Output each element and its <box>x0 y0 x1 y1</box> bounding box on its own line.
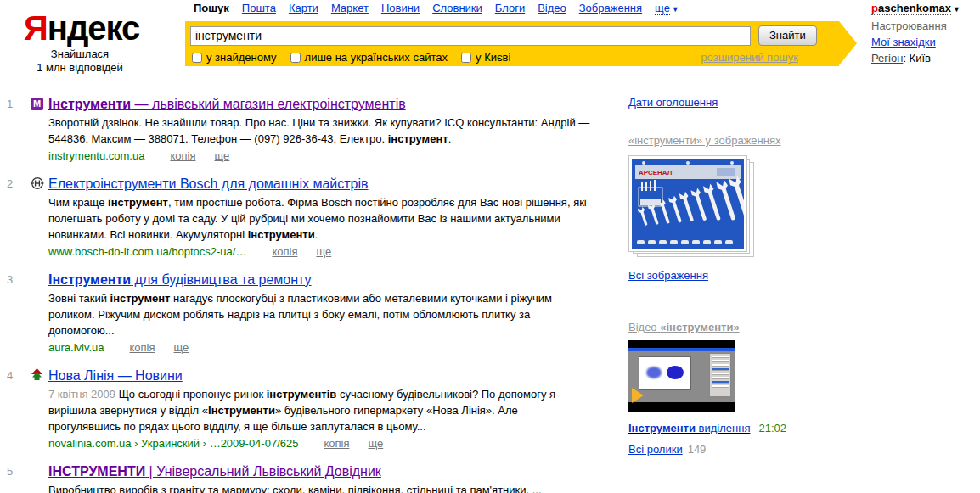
region-link[interactable]: Регіон <box>871 50 903 66</box>
cached-copy-link[interactable]: копія <box>170 149 195 162</box>
result-url: instrymentu.com.ua <box>48 149 144 162</box>
cached-copy-link[interactable]: копія <box>324 437 349 450</box>
my-finds-link[interactable]: Мої знахідки <box>871 34 936 50</box>
option-in-kyiv[interactable]: у Києві <box>461 51 510 64</box>
photo-stack-front: АРСЕНАЛ <box>628 155 747 252</box>
search-result-2: 2 Електроінструменти Bosch для домашніх … <box>7 176 628 260</box>
result-title-link[interactable]: Інструменти — львівський магазин електро… <box>48 96 406 112</box>
more-link[interactable]: ще <box>316 245 331 258</box>
more-link[interactable]: ще <box>368 437 383 450</box>
in-kyiv-checkbox[interactable] <box>461 53 471 63</box>
favicon-bosch-icon <box>31 180 44 193</box>
result-snippet: Чим краще інструмент, тим простіше робот… <box>48 194 592 243</box>
result-title-link[interactable]: Електроінструменти Bosch для домашніх ма… <box>48 176 369 192</box>
region-row: Регіон: Київ <box>871 50 972 66</box>
video-title-link[interactable]: Інструменти виділення <box>628 422 750 434</box>
svg-text:АРСЕНАЛ: АРСЕНАЛ <box>639 169 673 176</box>
settings-link[interactable]: Настроювання <box>871 18 947 34</box>
more-link[interactable]: ще <box>174 341 189 354</box>
result-number: 4 <box>7 367 31 451</box>
result-number: 3 <box>7 272 31 356</box>
logo-first-letter: Я <box>24 9 48 47</box>
cached-copy-link[interactable]: копія <box>272 245 297 258</box>
advanced-search-link[interactable]: розширений пошук <box>701 51 798 64</box>
images-header-link[interactable]: «інструменти» у зображеннях <box>628 134 780 147</box>
result-title-link[interactable]: Інструменти для будівництва та ремонту <box>48 272 312 288</box>
all-images-link[interactable]: Всі зображення <box>628 269 708 282</box>
tab-dictionaries[interactable]: Словники <box>432 2 482 14</box>
search-banner: Знайти у знайденому лише на українських … <box>185 21 839 66</box>
search-result-4: 4 Нова Лінія — Новини 7 квітня 2009 Що с… <box>7 367 628 451</box>
results-list: 1 M Інструменти — львівський магазин еле… <box>0 82 628 493</box>
user-chevron-down-icon: ▼ <box>953 5 960 14</box>
ukrainian-sites-checkbox[interactable] <box>290 53 301 63</box>
result-number: 1 <box>7 96 31 164</box>
result-url: novalinia.com.ua › Украинский › …2009-04… <box>48 437 298 450</box>
video-result-row: Інструменти виділення21:02 <box>628 422 968 434</box>
announcement-dates-link[interactable]: Дати оголошення <box>628 96 718 109</box>
images-preview-thumbnail[interactable]: АРСЕНАЛ <box>628 155 756 259</box>
stats-line2: 1 млн відповідей <box>24 61 136 75</box>
video-duration: 21:02 <box>758 422 786 434</box>
sidebar: Дати оголошення «інструменти» у зображен… <box>628 82 968 493</box>
cached-copy-link[interactable]: копія <box>130 341 155 354</box>
play-icon <box>632 388 644 403</box>
user-block: paschenkomax▼ Настроювання Мої знахідки … <box>871 0 972 66</box>
favicon-nova-linia-icon <box>31 371 43 384</box>
top-nav: ПошукПоштаКартиМаркетНовиниСловникиБлоги… <box>194 2 692 14</box>
video-header-link[interactable]: Відео «інструменти» <box>628 321 740 333</box>
ukrainian-sites-label: лише на українських сайтах <box>305 51 448 64</box>
logo-block: Яндекс Знайшлася 1 млн відповідей <box>24 10 136 75</box>
in-found-label: у знайденому <box>206 51 277 64</box>
search-result-3: 3 Інструменти для будівництва та ремонту… <box>7 272 628 356</box>
tab-news[interactable]: Новини <box>381 2 420 14</box>
all-videos-row: Всі ролики149 <box>628 443 968 456</box>
result-url: www.bosch-do-it.com.ua/boptocs2-ua/… <box>48 245 246 258</box>
results-count: Знайшлася 1 млн відповідей <box>24 48 136 75</box>
tab-mail[interactable]: Пошта <box>242 2 276 14</box>
search-result-1: 1 M Інструменти — львівський магазин еле… <box>7 96 628 164</box>
region-colon: : <box>903 52 909 64</box>
all-videos-link[interactable]: Всі ролики <box>628 443 683 456</box>
tab-search[interactable]: Пошук <box>194 2 229 14</box>
nav-more[interactable]: ще▼ <box>655 2 679 14</box>
more-link[interactable]: ще <box>214 149 229 162</box>
tab-maps[interactable]: Карти <box>289 2 318 14</box>
result-number: 5 <box>7 463 31 493</box>
result-number: 2 <box>7 176 31 260</box>
in-found-checkbox[interactable] <box>192 53 202 63</box>
result-snippet: Зворотній дзвінок. Не знайшли товар. Про… <box>48 115 592 147</box>
videos-count: 149 <box>688 443 707 456</box>
result-snippet: Виробництво виробів з граніту та мармуру… <box>48 482 592 493</box>
yandex-logo[interactable]: Яндекс <box>24 10 136 46</box>
video-thumbnail[interactable] <box>628 340 735 412</box>
in-kyiv-label: у Києві <box>476 51 510 64</box>
tab-video[interactable]: Відео <box>538 2 566 14</box>
option-in-found[interactable]: у знайденому <box>192 51 277 64</box>
region-value: Київ <box>910 52 931 64</box>
video-frame <box>628 348 735 402</box>
header: Яндекс Знайшлася 1 млн відповідей ПошукП… <box>0 0 980 82</box>
chevron-down-icon: ▼ <box>672 5 679 14</box>
favicon-m-icon: M <box>31 98 43 110</box>
result-title-link[interactable]: Нова Лінія — Новини <box>48 367 183 384</box>
option-ukrainian-sites[interactable]: лише на українських сайтах <box>290 51 448 64</box>
search-result-5: 5 ІНСТРУМЕНТИ | Універсальний Львівський… <box>7 463 628 493</box>
username: paschenkomax <box>871 2 951 15</box>
username-menu[interactable]: paschenkomax▼ <box>871 0 972 18</box>
logo-rest: ндекс <box>48 9 140 47</box>
search-button[interactable]: Знайти <box>758 25 817 46</box>
result-snippet: 7 квітня 2009 Що сьогодні пропонує ринок… <box>48 386 592 434</box>
search-input[interactable] <box>190 26 751 46</box>
stats-line1: Знайшлася <box>24 48 136 61</box>
tab-blogs[interactable]: Блоги <box>495 2 525 14</box>
result-title-link[interactable]: ІНСТРУМЕНТИ | Універсальний Львівський Д… <box>48 463 381 479</box>
nav-more-label: ще <box>655 2 670 15</box>
tab-market[interactable]: Маркет <box>331 2 369 14</box>
result-snippet: Зовні такий інструмент нагадує плоскогуб… <box>48 290 592 339</box>
result-url: aura.lviv.ua <box>48 341 104 354</box>
tab-images[interactable]: Зображення <box>579 2 642 14</box>
wrench-set-image: АРСЕНАЛ <box>632 159 744 249</box>
